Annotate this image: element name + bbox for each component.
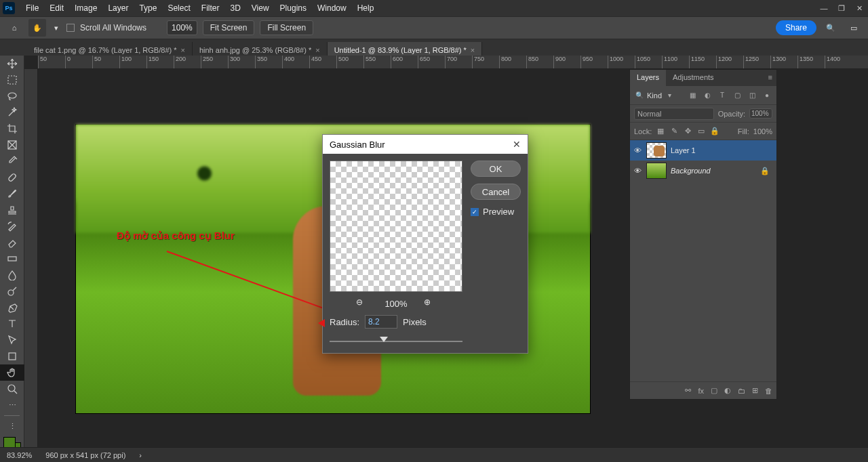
group-icon[interactable]: 🗀 — [738, 387, 745, 395]
gradient-tool-icon[interactable] — [0, 251, 24, 267]
radius-input[interactable] — [365, 315, 397, 329]
menu-3d[interactable]: 3D — [224, 3, 245, 13]
adjustment-layer-icon[interactable]: ◐ — [724, 386, 731, 395]
filter-shape-icon[interactable]: ▢ — [732, 90, 743, 101]
cancel-button[interactable]: Cancel — [471, 184, 521, 200]
close-tab-icon[interactable]: × — [471, 46, 475, 54]
workspace-icon[interactable]: ▭ — [845, 19, 863, 37]
home-icon[interactable]: ⌂ — [5, 19, 23, 37]
eraser-tool-icon[interactable] — [0, 234, 24, 251]
menu-filter[interactable]: Filter — [196, 3, 225, 13]
zoom-out-icon[interactable]: ⊖ — [356, 297, 368, 310]
fill-field[interactable]: 100% — [753, 127, 772, 135]
radius-slider[interactable] — [330, 337, 462, 346]
lock-transparency-icon[interactable]: ▦ — [656, 127, 665, 136]
menu-window[interactable]: Window — [312, 3, 352, 13]
path-select-icon[interactable] — [0, 332, 24, 348]
zoom-field[interactable]: 100% — [167, 20, 197, 35]
blend-mode-select[interactable]: Normal — [634, 108, 714, 120]
move-tool-icon[interactable] — [0, 56, 24, 72]
layer-name[interactable]: Background — [671, 167, 711, 175]
stamp-tool-icon[interactable] — [0, 202, 24, 218]
history-brush-icon[interactable] — [0, 218, 24, 234]
layer-item[interactable]: 👁 Background 🔒 — [630, 161, 776, 181]
frame-tool-icon[interactable] — [0, 137, 24, 153]
shape-tool-icon[interactable] — [0, 348, 24, 364]
status-arrow-icon[interactable]: › — [139, 451, 142, 459]
lock-artboard-icon[interactable]: ▭ — [696, 127, 706, 136]
pen-tool-icon[interactable] — [0, 299, 24, 316]
dialog-close-icon[interactable]: ✕ — [513, 139, 521, 150]
menu-plugins[interactable]: Plugins — [275, 3, 312, 13]
layer-thumbnail[interactable] — [646, 163, 667, 179]
new-layer-icon[interactable]: ⊞ — [752, 386, 758, 395]
scroll-all-checkbox[interactable] — [66, 24, 75, 32]
wand-tool-icon[interactable] — [0, 104, 24, 121]
menu-view[interactable]: View — [246, 3, 275, 13]
link-layers-icon[interactable]: ⚯ — [685, 386, 691, 395]
window-close-icon[interactable]: ✕ — [850, 1, 868, 15]
fx-icon[interactable]: fx — [698, 387, 704, 395]
zoom-in-icon[interactable]: ⊕ — [424, 297, 436, 310]
search-icon[interactable]: 🔍 — [822, 19, 840, 37]
menu-select[interactable]: Select — [162, 3, 195, 13]
lasso-tool-icon[interactable] — [0, 88, 24, 104]
filter-pixel-icon[interactable]: ▦ — [687, 90, 698, 101]
dialog-preview[interactable] — [330, 161, 462, 292]
lock-all-icon[interactable]: 🔒 — [710, 127, 719, 136]
close-tab-icon[interactable]: × — [181, 46, 185, 54]
blur-tool-icon[interactable] — [0, 267, 24, 283]
filter-smart-icon[interactable]: ◫ — [747, 90, 757, 101]
adjustments-tab[interactable]: Adjustments — [666, 70, 721, 86]
menu-help[interactable]: Help — [352, 3, 380, 13]
hand-tool-icon[interactable] — [0, 364, 24, 381]
layers-tab[interactable]: Layers — [630, 70, 666, 86]
status-zoom[interactable]: 83.92% — [7, 451, 32, 459]
menu-image[interactable]: Image — [69, 3, 102, 13]
visibility-icon[interactable]: 👁 — [633, 146, 642, 155]
fit-screen-button[interactable]: Fit Screen — [203, 20, 255, 35]
share-button[interactable]: Share — [776, 20, 816, 35]
layer-name[interactable]: Layer 1 — [671, 146, 696, 154]
opacity-field[interactable]: 100% — [749, 108, 772, 119]
brush-tool-icon[interactable] — [0, 186, 24, 202]
status-dimensions[interactable]: 960 px x 541 px (72 ppi) — [45, 451, 125, 459]
filter-text-icon[interactable]: T — [717, 90, 728, 101]
lock-brush-icon[interactable]: ✎ — [669, 127, 679, 136]
menu-file[interactable]: File — [20, 3, 44, 13]
fill-screen-button[interactable]: Fill Screen — [260, 20, 313, 35]
filter-adjust-icon[interactable]: ◐ — [702, 90, 713, 101]
filter-kind-label[interactable]: Kind — [647, 91, 662, 100]
preview-checkbox[interactable]: ✓ — [471, 208, 479, 216]
svg-point-7 — [8, 385, 15, 392]
dodge-tool-icon[interactable] — [0, 283, 24, 299]
layer-item[interactable]: 👁 Layer 1 — [630, 140, 776, 161]
text-tool-icon[interactable] — [0, 316, 24, 332]
hand-tool-icon[interactable]: ✋ — [28, 19, 46, 37]
healing-tool-icon[interactable] — [0, 169, 24, 186]
hand-tool-dropdown-icon[interactable]: ▾ — [52, 19, 61, 37]
marquee-tool-icon[interactable] — [0, 72, 24, 88]
layer-thumbnail[interactable] — [646, 142, 667, 159]
window-minimize-icon[interactable]: — — [815, 1, 833, 15]
crop-tool-icon[interactable] — [0, 121, 24, 137]
ok-button[interactable]: OK — [471, 161, 521, 177]
visibility-icon[interactable]: 👁 — [633, 166, 642, 175]
eyedropper-tool-icon[interactable] — [0, 153, 24, 169]
more-tools-icon[interactable]: ⋯ — [0, 397, 24, 413]
close-tab-icon[interactable]: × — [315, 46, 319, 54]
edit-toolbar-icon[interactable]: ⋮ — [0, 418, 24, 434]
mask-icon[interactable]: ▢ — [711, 386, 717, 395]
horizontal-ruler: 5005010015020025030035040045050055060065… — [38, 56, 868, 69]
panel-menu-icon[interactable]: ≡ — [764, 70, 776, 86]
menu-type[interactable]: Type — [134, 3, 162, 13]
lock-icon[interactable]: 🔒 — [760, 167, 770, 175]
window-restore-icon[interactable]: ❐ — [833, 1, 850, 15]
chevron-down-icon[interactable]: ▾ — [664, 90, 675, 101]
menu-layer[interactable]: Layer — [102, 3, 134, 13]
lock-position-icon[interactable]: ✥ — [683, 127, 692, 136]
delete-layer-icon[interactable]: 🗑 — [765, 387, 772, 395]
zoom-tool-icon[interactable] — [0, 381, 24, 397]
filter-toggle-icon[interactable]: ● — [762, 90, 772, 101]
menu-edit[interactable]: Edit — [44, 3, 69, 13]
